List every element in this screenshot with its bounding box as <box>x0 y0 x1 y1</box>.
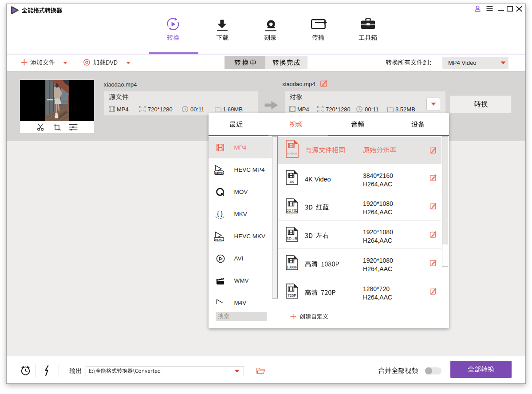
svg-text:{ }: { } <box>217 210 223 217</box>
svg-text:HEVC: HEVC <box>215 171 223 174</box>
svg-text:4K: 4K <box>290 180 295 184</box>
svg-text:3D LR: 3D LR <box>287 236 297 241</box>
svg-text:1080P: 1080P <box>287 265 298 269</box>
svg-text:3D RB: 3D RB <box>286 208 297 213</box>
svg-text:720P: 720P <box>288 293 296 298</box>
svg-text:source: source <box>287 151 297 155</box>
svg-text:HEVC: HEVC <box>215 238 223 241</box>
